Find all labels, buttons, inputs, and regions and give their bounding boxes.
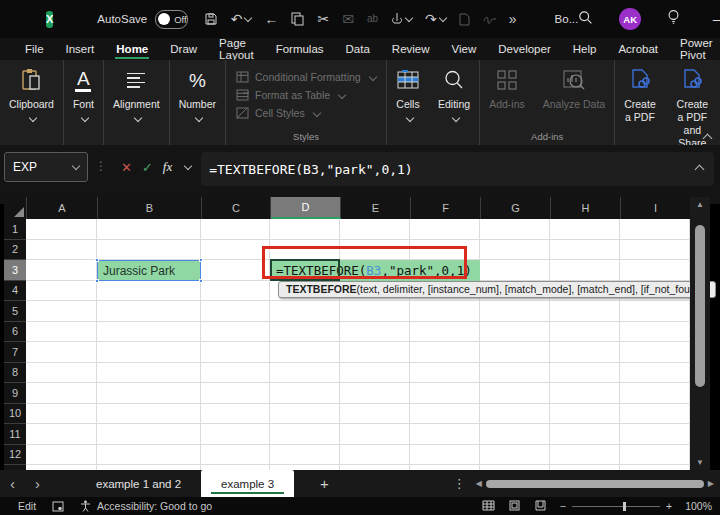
cell-E12[interactable]: [340, 445, 410, 466]
cells-button[interactable]: Cells: [387, 60, 429, 145]
select-all-corner[interactable]: [4, 197, 27, 219]
cell-E7[interactable]: [340, 342, 410, 363]
cell-G5[interactable]: [480, 301, 550, 322]
cell-I7[interactable]: [620, 342, 690, 363]
cell-C12[interactable]: [201, 445, 270, 466]
sheet-tab-example-3[interactable]: example 3: [201, 470, 294, 497]
expand-formula-bar-icon[interactable]: [696, 162, 706, 172]
row-header-8[interactable]: 8: [4, 363, 26, 384]
save-icon[interactable]: [204, 12, 218, 26]
scroll-up-icon[interactable]: ▲: [690, 200, 710, 209]
cell-F8[interactable]: [410, 363, 480, 384]
cell-B8[interactable]: [97, 363, 201, 384]
back-icon[interactable]: ←: [264, 12, 278, 26]
cell-I2[interactable]: [620, 240, 690, 261]
menu-tab-view[interactable]: View: [441, 40, 488, 58]
row-header-12[interactable]: 12: [4, 445, 26, 466]
cell-A8[interactable]: [26, 363, 97, 384]
cell-F11[interactable]: [410, 424, 480, 445]
cell-I5[interactable]: [620, 301, 690, 322]
cell-B10[interactable]: [97, 404, 201, 425]
new-sheet-icon[interactable]: +: [294, 470, 355, 497]
cell-D3-editing[interactable]: =TEXTBEFORE(B3,"park",0,1): [270, 260, 480, 281]
cell-F2[interactable]: [410, 240, 480, 261]
cell-G10[interactable]: [480, 404, 550, 425]
redo-icon[interactable]: ↷: [425, 12, 446, 26]
editing-button[interactable]: Editing: [429, 60, 479, 145]
cell-H10[interactable]: [550, 404, 620, 425]
cell-G7[interactable]: [480, 342, 550, 363]
sheet-next-icon[interactable]: ›: [25, 470, 50, 497]
column-header-I[interactable]: I: [621, 197, 691, 219]
cell-E2[interactable]: [340, 240, 410, 261]
font-button[interactable]: A Font: [64, 60, 103, 145]
cell-D2[interactable]: [270, 240, 340, 261]
cell-G9[interactable]: [480, 383, 550, 404]
cell-E11[interactable]: [340, 424, 410, 445]
menu-tab-home[interactable]: Home: [105, 40, 159, 58]
cell-C10[interactable]: [201, 404, 270, 425]
cell-C5[interactable]: [201, 301, 270, 322]
menu-tab-data[interactable]: Data: [335, 40, 381, 58]
scroll-down-icon[interactable]: ▼: [690, 458, 710, 467]
column-header-F[interactable]: F: [411, 197, 481, 219]
cell-H12[interactable]: [550, 445, 620, 466]
cell-B3-selected[interactable]: Jurassic Park: [97, 260, 201, 281]
cell-I6[interactable]: [620, 322, 690, 343]
cell-C8[interactable]: [201, 363, 270, 384]
cell-H1[interactable]: [550, 219, 620, 240]
cell-I3[interactable]: [620, 260, 690, 281]
cell-F1[interactable]: [410, 219, 480, 240]
zoom-slider-thumb[interactable]: [623, 502, 626, 511]
cell-C11[interactable]: [201, 424, 270, 445]
insert-function-icon[interactable]: fx: [163, 159, 172, 175]
menu-tab-draw[interactable]: Draw: [159, 40, 208, 58]
cell-F6[interactable]: [410, 322, 480, 343]
cell-C3[interactable]: [201, 260, 270, 281]
cell-I11[interactable]: [620, 424, 690, 445]
vertical-scroll-thumb[interactable]: [695, 225, 705, 387]
cell-I8[interactable]: [620, 363, 690, 384]
cell-B7[interactable]: [97, 342, 201, 363]
formula-input[interactable]: =TEXTBEFORE(B3,"park",0,1): [201, 152, 714, 186]
cell-G11[interactable]: [480, 424, 550, 445]
cell-B1[interactable]: [97, 219, 201, 240]
sheet-options-icon[interactable]: ⋮: [453, 476, 466, 491]
cell-I10[interactable]: [620, 404, 690, 425]
horizontal-scrollbar[interactable]: ◀ ▶: [476, 479, 714, 489]
cell-G12[interactable]: [480, 445, 550, 466]
cell-A10[interactable]: [26, 404, 97, 425]
cell-D7[interactable]: [270, 342, 340, 363]
cell-G8[interactable]: [480, 363, 550, 384]
cell-G6[interactable]: [480, 322, 550, 343]
cell-G3[interactable]: [480, 260, 550, 281]
name-box[interactable]: EXP: [4, 152, 88, 182]
row-header-2[interactable]: 2: [4, 240, 26, 261]
cell-I9[interactable]: [620, 383, 690, 404]
cell-A1[interactable]: [26, 219, 97, 240]
cell-I1[interactable]: [620, 219, 690, 240]
row-header-11[interactable]: 11: [4, 424, 26, 445]
accessibility-status[interactable]: Accessibility: Good to go: [97, 500, 212, 512]
cell-G2[interactable]: [480, 240, 550, 261]
row-header-9[interactable]: 9: [4, 383, 26, 404]
normal-view-icon[interactable]: [482, 500, 495, 513]
cell-E10[interactable]: [340, 404, 410, 425]
page-break-preview-icon[interactable]: [534, 500, 547, 513]
zoom-out-icon[interactable]: −: [560, 500, 566, 512]
cell-E5[interactable]: [340, 301, 410, 322]
cell-H7[interactable]: [550, 342, 620, 363]
cell-B4[interactable]: [97, 281, 201, 302]
cell-E1[interactable]: [340, 219, 410, 240]
sheet-tab-example-1-and-2[interactable]: example 1 and 2: [76, 470, 201, 497]
cell-F7[interactable]: [410, 342, 480, 363]
accessibility-icon[interactable]: [80, 500, 91, 512]
cell-C7[interactable]: [201, 342, 270, 363]
cell-C9[interactable]: [201, 383, 270, 404]
row-header-10[interactable]: 10: [4, 404, 26, 425]
lightbulb-icon[interactable]: [667, 9, 680, 29]
cell-A7[interactable]: [26, 342, 97, 363]
cell-H3[interactable]: [550, 260, 620, 281]
overflow-icon[interactable]: »: [509, 12, 517, 26]
cell-D5[interactable]: [270, 301, 340, 322]
